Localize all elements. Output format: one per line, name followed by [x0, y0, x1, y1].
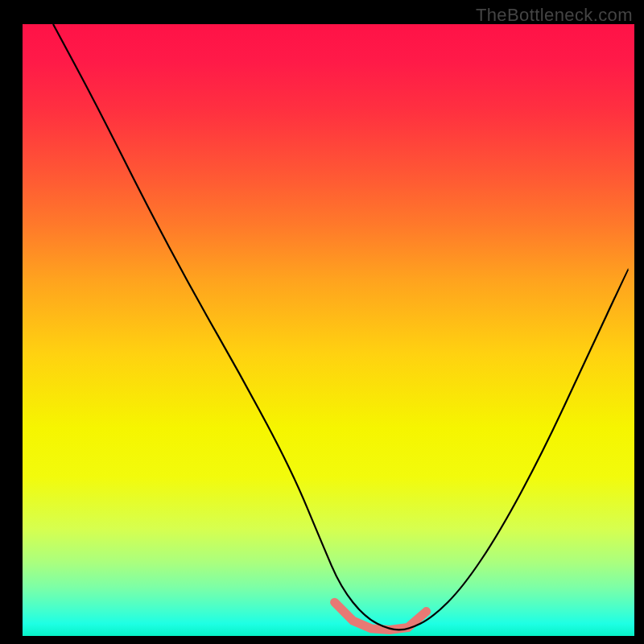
bottleneck-curve [53, 24, 628, 630]
watermark-label: TheBottleneck.com [476, 5, 633, 26]
curve-layer [23, 24, 634, 636]
plot-area [23, 24, 634, 636]
chart-stage: TheBottleneck.com [0, 0, 644, 644]
